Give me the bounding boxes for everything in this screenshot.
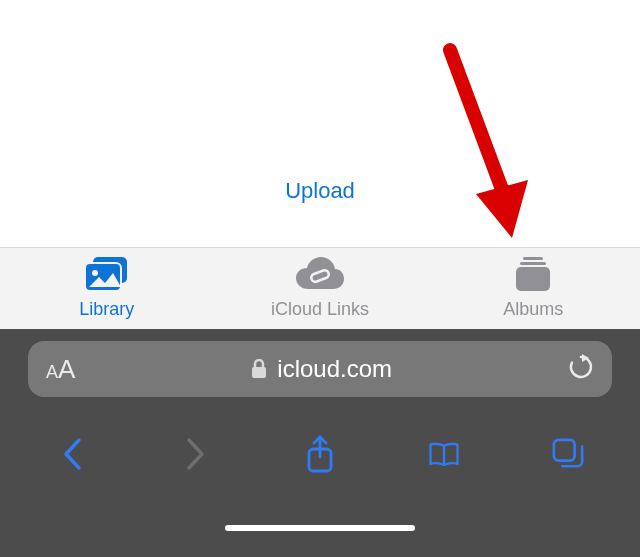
- address-bar-container: AA icloud.com: [0, 329, 640, 409]
- book-icon: [428, 439, 460, 469]
- tab-label: iCloud Links: [271, 299, 369, 320]
- content-area: Upload: [0, 0, 640, 247]
- address-display[interactable]: icloud.com: [87, 355, 556, 383]
- svg-rect-12: [554, 440, 575, 461]
- reload-icon: [568, 354, 594, 380]
- cloud-link-icon: [295, 257, 345, 295]
- text-size-button[interactable]: AA: [46, 354, 75, 385]
- forward-button: [180, 438, 212, 470]
- share-icon: [305, 435, 335, 473]
- lock-icon: [251, 359, 267, 379]
- svg-line-0: [450, 50, 506, 200]
- svg-rect-6: [520, 262, 546, 265]
- svg-point-4: [92, 270, 98, 276]
- svg-marker-1: [476, 180, 528, 238]
- tab-albums[interactable]: Albums: [427, 248, 640, 329]
- tab-bar: Library iCloud Links: [0, 247, 640, 329]
- address-bar[interactable]: AA icloud.com: [28, 341, 612, 397]
- chevron-right-icon: [185, 437, 207, 471]
- photos-library-icon: [85, 257, 129, 295]
- bookmarks-button[interactable]: [428, 438, 460, 470]
- chevron-left-icon: [61, 437, 83, 471]
- svg-rect-8: [252, 367, 266, 378]
- home-indicator[interactable]: [225, 525, 415, 531]
- tab-icloud-links[interactable]: iCloud Links: [213, 248, 426, 329]
- address-text: icloud.com: [277, 355, 392, 383]
- svg-rect-7: [516, 267, 550, 291]
- browser-toolbar: [0, 409, 640, 499]
- home-indicator-area: [0, 499, 640, 557]
- tab-label: Albums: [503, 299, 563, 320]
- albums-stack-icon: [514, 257, 552, 295]
- svg-rect-5: [523, 257, 543, 260]
- tab-library[interactable]: Library: [0, 248, 213, 329]
- reload-button[interactable]: [568, 354, 594, 384]
- tab-label: Library: [79, 299, 134, 320]
- back-button[interactable]: [56, 438, 88, 470]
- tabs-button[interactable]: [552, 438, 584, 470]
- share-button[interactable]: [304, 438, 336, 470]
- annotation-arrow: [420, 40, 530, 250]
- tabs-icon: [552, 437, 584, 471]
- upload-button[interactable]: Upload: [285, 178, 355, 204]
